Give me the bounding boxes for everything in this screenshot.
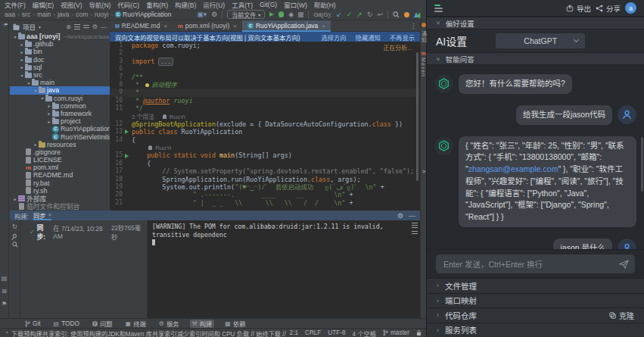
share-button[interactable]: 分享 <box>596 3 621 14</box>
project-widget-icon[interactable]: ▣▾ <box>197 11 207 18</box>
chat-input[interactable] <box>436 254 635 273</box>
coverage-icon[interactable]: ◈ <box>288 11 294 18</box>
hide-panel-icon[interactable]: — <box>409 212 415 220</box>
run-button[interactable] <box>269 12 274 17</box>
breadcrumb-item[interactable]: aaa <box>5 11 15 18</box>
section-代码仓库[interactable]: ›代码仓库克隆 <box>427 307 644 323</box>
tree-item[interactable]: ▸外部库 <box>10 195 110 202</box>
build-console[interactable]: [WARNING] The POM for com.alibaba:druid:… <box>148 220 420 318</box>
toolwindow-button-终端[interactable]: ▣终端 <box>123 320 148 328</box>
git-rollback-icon[interactable]: ↩ <box>377 11 383 18</box>
expand-all-icon[interactable] <box>74 24 80 30</box>
soft-wrap-icon[interactable] <box>412 223 418 228</box>
tree-chevron-icon[interactable]: ▸ <box>12 196 18 201</box>
debug-button[interactable] <box>278 11 284 17</box>
gear-icon[interactable]: ⚙ <box>397 212 403 220</box>
tree-item[interactable]: ▸doc <box>10 56 110 64</box>
menu-item[interactable]: 构建(B) <box>175 0 196 9</box>
tree-item[interactable]: CRuoYiApplication <box>10 125 110 133</box>
close-icon[interactable]: × <box>48 211 52 218</box>
tree-item[interactable]: 临时文件和控制台 <box>10 202 110 210</box>
sync-status-row[interactable]: ✓ 同步: 在 7/14/23, 10:28 AM 22秒765毫秒 <box>20 223 147 241</box>
breadcrumb-item[interactable]: com <box>76 11 88 18</box>
chat-bubble[interactable]: { "姓名": "张三", "年龄": 25, "性别": "男", "联系方式… <box>459 136 636 227</box>
menu-item[interactable]: Git(G) <box>260 1 277 8</box>
menu-item[interactable]: 工具(T) <box>232 0 253 9</box>
tree-item[interactable]: ▸common <box>10 102 110 110</box>
chat-bubble[interactable]: 您好！有什么需要帮助的吗? <box>459 74 572 94</box>
breadcrumb-item[interactable]: src <box>22 11 30 18</box>
project-tool-button[interactable] <box>3 23 6 27</box>
breadcrumb-item[interactable]: java <box>58 11 70 18</box>
toolwindow-button-依赖[interactable]: ▦依赖 <box>222 320 247 328</box>
line-ending[interactable]: CRLF <box>305 329 321 336</box>
chat-bubble[interactable]: jason 是什么 <box>553 239 612 249</box>
close-icon[interactable]: × <box>322 23 325 30</box>
close-icon[interactable]: × <box>233 23 237 30</box>
menu-item[interactable]: 导航(N) <box>89 0 111 9</box>
section-文件管理[interactable]: ›文件管理 <box>427 278 644 293</box>
project-panel-title[interactable]: 项目 <box>23 22 36 31</box>
toolwindow-button-问题[interactable]: !问题 <box>90 320 115 328</box>
indent-size[interactable]: 4 个空格 <box>353 329 376 337</box>
tree-item[interactable]: ▾com.ruoyi <box>10 95 110 102</box>
tree-chevron-icon[interactable]: ▾ <box>26 80 32 86</box>
tree-item[interactable]: ▾src <box>10 71 110 79</box>
tree-chevron-icon[interactable]: ▸ <box>33 142 39 147</box>
menu-item[interactable]: 视图(V) <box>61 0 82 9</box>
tree-chevron-icon[interactable]: ▸ <box>19 57 25 62</box>
panel-expand-chevron-icon[interactable]: > <box>421 168 427 175</box>
editor-tab[interactable]: MREADME.md× <box>110 20 173 31</box>
menu-item[interactable]: 重构(R) <box>146 0 168 9</box>
encoding[interactable]: UTF-8 <box>328 329 345 336</box>
run-config-selector[interactable]: 当前文件▾ <box>227 10 265 19</box>
git-update-icon[interactable]: ↙ <box>336 11 342 18</box>
kebab-menu-icon[interactable]: ⋮ <box>407 20 420 31</box>
tree-item[interactable]: mpom.xml <box>10 164 110 171</box>
menu-item[interactable]: 帮助(H) <box>314 0 336 9</box>
editor-tab[interactable]: mpom.xml (ruoyi)× <box>173 20 242 31</box>
tree-chevron-icon[interactable]: ▾ <box>19 73 25 78</box>
collapse-all-icon[interactable] <box>83 25 89 29</box>
notification-bell-icon[interactable] <box>422 23 426 27</box>
menu-icon[interactable] <box>434 5 443 12</box>
maven-tool-button[interactable]: Maven <box>421 58 426 77</box>
tree-chevron-icon[interactable]: ▸ <box>19 49 25 55</box>
banner-link[interactable]: 选择方向 <box>321 33 346 42</box>
menu-item[interactable]: 窗口(W) <box>284 0 307 9</box>
tree-chevron-icon[interactable]: ▾ <box>12 34 18 39</box>
chevron-down-icon[interactable]: ▾ <box>39 24 41 30</box>
tree-item[interactable]: LICENSE <box>10 156 110 164</box>
tree-item[interactable]: ▾main <box>10 79 110 86</box>
menu-item[interactable]: 编辑(E) <box>33 0 54 9</box>
tree-item[interactable]: ▸sql <box>10 64 110 71</box>
caret-position[interactable]: 2:1 <box>290 329 298 336</box>
notifications-dot-icon[interactable] <box>404 12 409 17</box>
banner-link[interactable]: 不再显示 <box>390 33 415 42</box>
section-preferences[interactable]: ∨ 偏好设置 <box>427 17 644 30</box>
editor-scrollbar[interactable] <box>416 52 418 181</box>
tree-item[interactable]: ▸framework <box>10 110 110 117</box>
tree-chevron-icon[interactable]: ▸ <box>46 111 52 116</box>
close-icon[interactable]: × <box>163 23 167 30</box>
tree-item[interactable]: CRuoYiServletInitializer <box>10 133 110 140</box>
tree-chevron-icon[interactable]: ▸ <box>19 64 25 70</box>
tree-item[interactable]: ▸bin <box>10 48 110 55</box>
structure-tool-button[interactable]: ▤ <box>2 275 8 282</box>
tree-chevron-icon[interactable]: ▸ <box>46 103 52 108</box>
build-sync-tab[interactable]: 同步× <box>33 211 51 220</box>
toolwindow-button-todo[interactable]: ▤TODO <box>51 320 82 328</box>
tree-item[interactable]: README.md <box>10 171 110 179</box>
plugin-icon[interactable] <box>414 12 422 17</box>
toolwindow-button-git[interactable]: Git <box>23 320 43 328</box>
run-gutter-icon[interactable] <box>125 129 129 134</box>
section-端口映射[interactable]: ›端口映射 <box>427 293 644 308</box>
hide-panel-icon[interactable]: — <box>101 23 107 30</box>
settings-wrench-icon[interactable]: ⚙ <box>211 11 217 18</box>
chat-bubble[interactable]: 给我生成一段jason代码 <box>516 105 612 125</box>
toolwindow-button-构建[interactable]: ⚒构建 <box>190 320 215 328</box>
section-服务列表[interactable]: ›服务列表 <box>427 323 644 337</box>
filter-search-icon[interactable] <box>12 242 18 248</box>
model-selector[interactable]: ChatGPT <box>496 33 585 48</box>
tree-item[interactable]: ry.sh <box>10 187 110 195</box>
